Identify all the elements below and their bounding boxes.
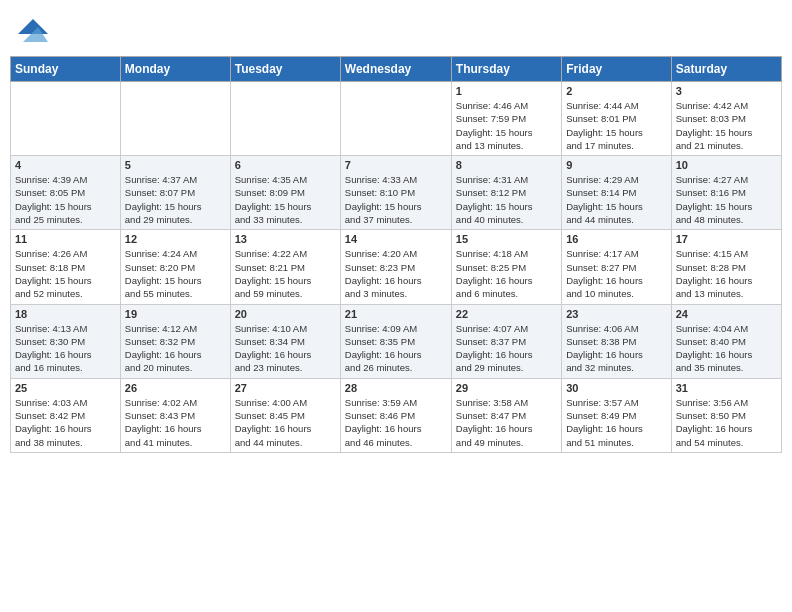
calendar-cell: 29Sunrise: 3:58 AM Sunset: 8:47 PM Dayli… [451,378,561,452]
day-number: 25 [15,382,116,394]
day-number: 19 [125,308,226,320]
day-number: 7 [345,159,447,171]
calendar-day-header: Thursday [451,57,561,82]
day-info: Sunrise: 4:15 AM Sunset: 8:28 PM Dayligh… [676,247,777,300]
calendar-cell: 12Sunrise: 4:24 AM Sunset: 8:20 PM Dayli… [120,230,230,304]
day-number: 23 [566,308,666,320]
day-number: 24 [676,308,777,320]
day-info: Sunrise: 4:00 AM Sunset: 8:45 PM Dayligh… [235,396,336,449]
svg-marker-0 [18,19,48,34]
day-number: 27 [235,382,336,394]
day-info: Sunrise: 4:27 AM Sunset: 8:16 PM Dayligh… [676,173,777,226]
day-number: 29 [456,382,557,394]
calendar-cell: 28Sunrise: 3:59 AM Sunset: 8:46 PM Dayli… [340,378,451,452]
calendar-cell: 4Sunrise: 4:39 AM Sunset: 8:05 PM Daylig… [11,156,121,230]
day-info: Sunrise: 4:07 AM Sunset: 8:37 PM Dayligh… [456,322,557,375]
calendar-cell: 15Sunrise: 4:18 AM Sunset: 8:25 PM Dayli… [451,230,561,304]
calendar-week-row: 25Sunrise: 4:03 AM Sunset: 8:42 PM Dayli… [11,378,782,452]
calendar-cell: 19Sunrise: 4:12 AM Sunset: 8:32 PM Dayli… [120,304,230,378]
calendar-cell: 23Sunrise: 4:06 AM Sunset: 8:38 PM Dayli… [562,304,671,378]
day-info: Sunrise: 4:03 AM Sunset: 8:42 PM Dayligh… [15,396,116,449]
day-info: Sunrise: 3:59 AM Sunset: 8:46 PM Dayligh… [345,396,447,449]
calendar-table: SundayMondayTuesdayWednesdayThursdayFrid… [10,56,782,453]
day-info: Sunrise: 4:13 AM Sunset: 8:30 PM Dayligh… [15,322,116,375]
calendar-cell: 14Sunrise: 4:20 AM Sunset: 8:23 PM Dayli… [340,230,451,304]
calendar-cell: 3Sunrise: 4:42 AM Sunset: 8:03 PM Daylig… [671,82,781,156]
logo-icon [18,14,48,44]
day-info: Sunrise: 4:04 AM Sunset: 8:40 PM Dayligh… [676,322,777,375]
day-info: Sunrise: 3:58 AM Sunset: 8:47 PM Dayligh… [456,396,557,449]
day-info: Sunrise: 4:31 AM Sunset: 8:12 PM Dayligh… [456,173,557,226]
calendar-cell: 25Sunrise: 4:03 AM Sunset: 8:42 PM Dayli… [11,378,121,452]
day-info: Sunrise: 4:18 AM Sunset: 8:25 PM Dayligh… [456,247,557,300]
calendar-week-row: 11Sunrise: 4:26 AM Sunset: 8:18 PM Dayli… [11,230,782,304]
day-info: Sunrise: 3:56 AM Sunset: 8:50 PM Dayligh… [676,396,777,449]
day-info: Sunrise: 4:39 AM Sunset: 8:05 PM Dayligh… [15,173,116,226]
day-info: Sunrise: 4:26 AM Sunset: 8:18 PM Dayligh… [15,247,116,300]
calendar-day-header: Saturday [671,57,781,82]
calendar-day-header: Sunday [11,57,121,82]
day-number: 9 [566,159,666,171]
day-info: Sunrise: 4:20 AM Sunset: 8:23 PM Dayligh… [345,247,447,300]
calendar-cell: 8Sunrise: 4:31 AM Sunset: 8:12 PM Daylig… [451,156,561,230]
day-info: Sunrise: 4:33 AM Sunset: 8:10 PM Dayligh… [345,173,447,226]
day-info: Sunrise: 4:37 AM Sunset: 8:07 PM Dayligh… [125,173,226,226]
day-info: Sunrise: 4:29 AM Sunset: 8:14 PM Dayligh… [566,173,666,226]
calendar-cell: 30Sunrise: 3:57 AM Sunset: 8:49 PM Dayli… [562,378,671,452]
calendar-cell: 18Sunrise: 4:13 AM Sunset: 8:30 PM Dayli… [11,304,121,378]
day-number: 11 [15,233,116,245]
day-number: 30 [566,382,666,394]
calendar-week-row: 4Sunrise: 4:39 AM Sunset: 8:05 PM Daylig… [11,156,782,230]
day-number: 3 [676,85,777,97]
day-number: 20 [235,308,336,320]
calendar-cell: 11Sunrise: 4:26 AM Sunset: 8:18 PM Dayli… [11,230,121,304]
calendar-cell: 2Sunrise: 4:44 AM Sunset: 8:01 PM Daylig… [562,82,671,156]
calendar-cell: 9Sunrise: 4:29 AM Sunset: 8:14 PM Daylig… [562,156,671,230]
calendar-cell [120,82,230,156]
calendar-cell: 26Sunrise: 4:02 AM Sunset: 8:43 PM Dayli… [120,378,230,452]
day-number: 1 [456,85,557,97]
calendar-cell: 5Sunrise: 4:37 AM Sunset: 8:07 PM Daylig… [120,156,230,230]
calendar-cell: 17Sunrise: 4:15 AM Sunset: 8:28 PM Dayli… [671,230,781,304]
day-number: 13 [235,233,336,245]
day-number: 21 [345,308,447,320]
logo [18,14,52,44]
day-info: Sunrise: 4:06 AM Sunset: 8:38 PM Dayligh… [566,322,666,375]
day-number: 22 [456,308,557,320]
day-number: 10 [676,159,777,171]
day-info: Sunrise: 4:17 AM Sunset: 8:27 PM Dayligh… [566,247,666,300]
day-info: Sunrise: 4:35 AM Sunset: 8:09 PM Dayligh… [235,173,336,226]
day-number: 12 [125,233,226,245]
day-info: Sunrise: 4:10 AM Sunset: 8:34 PM Dayligh… [235,322,336,375]
day-number: 4 [15,159,116,171]
calendar-cell: 27Sunrise: 4:00 AM Sunset: 8:45 PM Dayli… [230,378,340,452]
day-number: 31 [676,382,777,394]
day-info: Sunrise: 4:44 AM Sunset: 8:01 PM Dayligh… [566,99,666,152]
calendar-day-header: Friday [562,57,671,82]
calendar-cell: 21Sunrise: 4:09 AM Sunset: 8:35 PM Dayli… [340,304,451,378]
calendar-cell [230,82,340,156]
calendar-cell: 1Sunrise: 4:46 AM Sunset: 7:59 PM Daylig… [451,82,561,156]
calendar-cell: 6Sunrise: 4:35 AM Sunset: 8:09 PM Daylig… [230,156,340,230]
day-info: Sunrise: 3:57 AM Sunset: 8:49 PM Dayligh… [566,396,666,449]
calendar-cell: 16Sunrise: 4:17 AM Sunset: 8:27 PM Dayli… [562,230,671,304]
day-number: 8 [456,159,557,171]
day-info: Sunrise: 4:24 AM Sunset: 8:20 PM Dayligh… [125,247,226,300]
calendar-week-row: 18Sunrise: 4:13 AM Sunset: 8:30 PM Dayli… [11,304,782,378]
calendar-day-header: Wednesday [340,57,451,82]
calendar-cell [340,82,451,156]
day-info: Sunrise: 4:09 AM Sunset: 8:35 PM Dayligh… [345,322,447,375]
calendar-cell: 7Sunrise: 4:33 AM Sunset: 8:10 PM Daylig… [340,156,451,230]
day-number: 18 [15,308,116,320]
day-number: 14 [345,233,447,245]
day-number: 2 [566,85,666,97]
calendar-header-row: SundayMondayTuesdayWednesdayThursdayFrid… [11,57,782,82]
day-info: Sunrise: 4:12 AM Sunset: 8:32 PM Dayligh… [125,322,226,375]
calendar-cell [11,82,121,156]
day-number: 17 [676,233,777,245]
day-number: 6 [235,159,336,171]
day-info: Sunrise: 4:02 AM Sunset: 8:43 PM Dayligh… [125,396,226,449]
calendar-day-header: Monday [120,57,230,82]
calendar-cell: 13Sunrise: 4:22 AM Sunset: 8:21 PM Dayli… [230,230,340,304]
day-info: Sunrise: 4:46 AM Sunset: 7:59 PM Dayligh… [456,99,557,152]
